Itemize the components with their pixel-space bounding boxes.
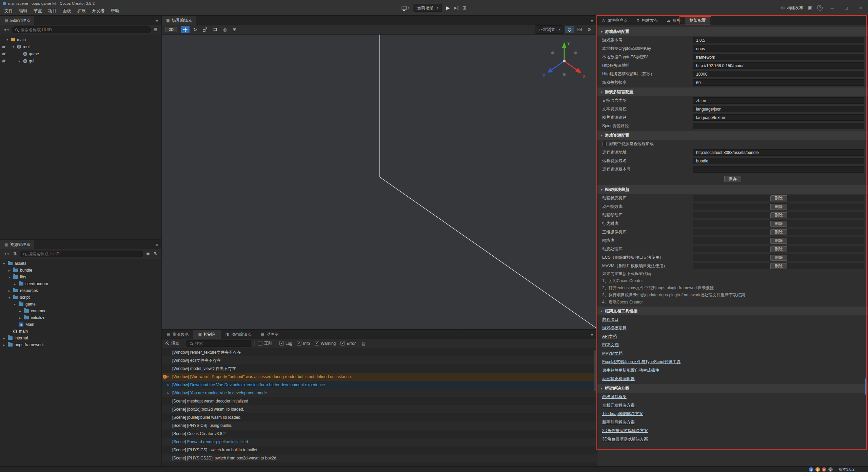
menu-item-开发者[interactable]: 开发者: [89, 7, 108, 15]
lock-icon[interactable]: [2, 60, 5, 62]
regex-checkbox[interactable]: [258, 341, 262, 346]
minimize-button[interactable]: ─: [827, 5, 837, 11]
collapse-arrow-icon[interactable]: ▸: [19, 59, 23, 63]
tree-row[interactable]: ▸gui: [0, 57, 161, 64]
status-badge[interactable]: 3: [809, 467, 813, 472]
add-asset-button[interactable]: +▾: [3, 251, 10, 256]
log-row[interactable]: [Window] render_texture文件夹不存在: [162, 348, 597, 356]
section-header[interactable]: ▾框架解决方案: [597, 384, 868, 393]
delete-button[interactable]: 删除: [770, 238, 787, 244]
text-input[interactable]: [693, 166, 864, 173]
text-input[interactable]: http://192.168.0.150/main/: [693, 62, 864, 69]
collapse-arrow-icon[interactable]: ▸: [3, 336, 8, 340]
scene-tab[interactable]: ▣ 场景编辑器: [162, 16, 196, 25]
tree-row[interactable]: ▾libs: [0, 274, 161, 280]
tree-row[interactable]: ▸internal: [0, 335, 161, 341]
inspector-tab-构建发布[interactable]: ⚙构建发布: [632, 16, 663, 25]
text-input[interactable]: zh,en: [693, 97, 864, 104]
tree-row[interactable]: ▾main: [0, 36, 161, 43]
scale-tool-icon[interactable]: [201, 26, 209, 33]
doc-link[interactable]: 战棋游戏框架: [602, 394, 627, 400]
menu-item-编辑[interactable]: 编辑: [16, 7, 31, 15]
log-checkbox[interactable]: [279, 341, 284, 346]
step-button[interactable]: ▶: [454, 5, 458, 10]
hierarchy-filter-icon[interactable]: ≣: [153, 27, 159, 32]
snap-grid-icon[interactable]: ⊞: [230, 26, 239, 33]
maximize-button[interactable]: □: [842, 5, 851, 11]
doc-link[interactable]: 3D角色扮演游戏解决方案: [602, 436, 648, 442]
section-header[interactable]: ▾框架模块裁剪: [597, 185, 868, 194]
console-tab-动画编辑器[interactable]: ◨动画编辑器: [221, 330, 256, 339]
sort-icon[interactable]: ⇅: [12, 251, 18, 256]
tree-row[interactable]: ▾script: [0, 294, 161, 301]
log-row[interactable]: [Window] model_view文件夹不存在: [162, 365, 597, 373]
scene-viewport[interactable]: Y X Z: [162, 35, 597, 329]
text-input[interactable]: language/json: [693, 106, 864, 112]
hierarchy-search[interactable]: [12, 26, 151, 33]
log-row[interactable]: [Scene] Cocos Creator v3.8.2: [162, 430, 597, 438]
collapse-arrow-icon[interactable]: ▾: [13, 45, 17, 48]
log-row[interactable]: [Scene] [PHYSICS]: switch from builtin t…: [162, 446, 597, 454]
collapse-arrow-icon[interactable]: ▾: [8, 275, 13, 279]
doc-link[interactable]: 原生包热更新配置自动生成插件: [602, 368, 659, 373]
remote-load-checkbox[interactable]: [602, 142, 607, 146]
projection-3d-button[interactable]: 3D: [165, 27, 177, 32]
delete-button[interactable]: 删除: [770, 246, 787, 252]
status-badge[interactable]: 0: [822, 467, 826, 472]
play-button[interactable]: ▶: [446, 5, 450, 11]
expand-arrow-icon[interactable]: ▸: [167, 373, 169, 381]
preview-device-icon[interactable]: ▾: [402, 6, 410, 10]
menu-item-面板[interactable]: 面板: [60, 7, 74, 15]
doc-link[interactable]: 游戏模板项目: [602, 325, 627, 331]
doc-link[interactable]: ECS文档: [602, 342, 619, 348]
tree-row[interactable]: ▸common: [0, 308, 161, 314]
rect-tool-icon[interactable]: [211, 26, 219, 33]
text-input[interactable]: 1.0.5: [693, 37, 864, 43]
inspector-tab-属性检查器[interactable]: ◎属性检查器: [597, 16, 632, 25]
menu-item-扩展[interactable]: 扩展: [74, 7, 89, 15]
log-row[interactable]: [Scene] Forward render pipeline initiali…: [162, 438, 597, 446]
collapse-arrow-icon[interactable]: ▸: [8, 269, 13, 272]
doc-link[interactable]: API文档: [602, 334, 617, 339]
lock-icon[interactable]: [2, 46, 5, 48]
inspector-tab-框架配置[interactable]: 框架配置: [685, 16, 710, 25]
camera-icon[interactable]: [575, 26, 584, 33]
doc-link[interactable]: 2D角色扮演游戏解决方案: [602, 428, 648, 434]
text-input[interactable]: language/texture: [693, 114, 864, 121]
doc-link[interactable]: 新手引导解决方案: [602, 419, 635, 425]
collapse-arrow-icon[interactable]: ▸: [19, 309, 24, 313]
light-toggle-icon[interactable]: [565, 26, 574, 33]
doc-link[interactable]: MVVM文档: [602, 351, 623, 356]
panel-menu-icon[interactable]: ≡: [591, 332, 593, 337]
menu-item-节点[interactable]: 节点: [31, 7, 45, 15]
delete-button[interactable]: 删除: [770, 204, 787, 210]
tree-row[interactable]: ▸oops-framework: [0, 341, 161, 348]
gizmo-space-icon[interactable]: ◎: [220, 26, 229, 33]
panel-menu-icon[interactable]: ≡: [155, 18, 158, 23]
lock-icon[interactable]: [2, 53, 5, 55]
status-badge[interactable]: 0: [828, 467, 833, 472]
tree-row[interactable]: ▸seedrandom: [0, 280, 161, 287]
collapse-arrow-icon[interactable]: ▸: [8, 289, 13, 293]
collapse-arrow-icon[interactable]: ▾: [14, 302, 19, 306]
delete-button[interactable]: 删除: [770, 229, 787, 235]
menu-item-项目[interactable]: 项目: [45, 7, 60, 15]
console-search-input[interactable]: [195, 341, 248, 346]
log-row[interactable]: [Scene] [PHYSICS2D]: switch from box2d-w…: [162, 454, 597, 462]
panel-menu-icon[interactable]: ≡: [155, 242, 158, 247]
text-input[interactable]: framework: [693, 54, 864, 60]
console-tab-动画图[interactable]: ▦动画图: [256, 330, 283, 339]
tree-row[interactable]: ▾assets: [0, 260, 161, 267]
hierarchy-search-input[interactable]: [20, 27, 147, 32]
panel-menu-icon[interactable]: ≡: [591, 18, 593, 23]
tree-row[interactable]: ▸resources: [0, 287, 161, 294]
collapse-arrow-icon[interactable]: ▸: [19, 316, 24, 320]
tree-row[interactable]: ▾game: [0, 301, 161, 308]
delete-button[interactable]: 删除: [770, 195, 787, 201]
view-mode-dropdown[interactable]: 正常浏览 ▾: [535, 25, 564, 34]
log-filter-Warning[interactable]: Warning: [315, 341, 336, 346]
info-checkbox[interactable]: [297, 341, 301, 346]
delete-button[interactable]: 删除: [770, 263, 787, 269]
tree-row[interactable]: TSMain: [0, 321, 161, 328]
open-log-file-icon[interactable]: ▤: [362, 341, 366, 346]
